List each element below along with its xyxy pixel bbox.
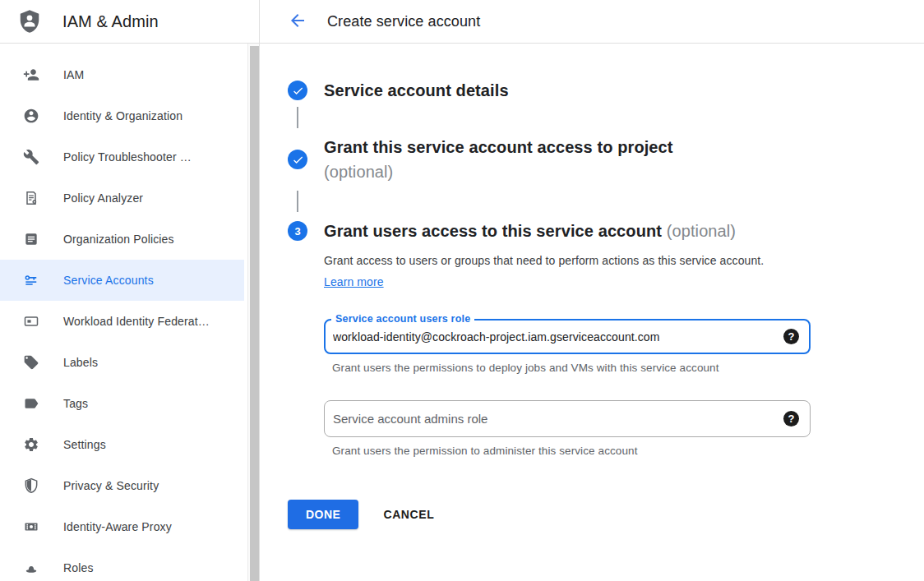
page-header: Create service account bbox=[260, 0, 924, 43]
step-3-optional-label: (optional) bbox=[667, 222, 736, 240]
step-connector bbox=[297, 107, 298, 128]
hat-icon bbox=[23, 560, 39, 576]
form-actions: DONE CANCEL bbox=[288, 500, 811, 529]
create-service-account-form: Service account details Grant this servi… bbox=[260, 44, 924, 581]
sidebar-item-label: Settings bbox=[63, 438, 106, 451]
step-connector bbox=[297, 191, 298, 212]
step-1-service-account-details: Service account details bbox=[288, 81, 891, 100]
step-2-completed-check-icon bbox=[288, 150, 307, 169]
sidebar-item-iam[interactable]: IAM bbox=[0, 54, 247, 95]
sidebar-nav: IAM Identity & Organization Policy Troub… bbox=[0, 44, 247, 581]
sidebar-item-policy-analyzer[interactable]: Policy Analyzer bbox=[0, 178, 247, 219]
step-2-grant-access-to-project: Grant this service account access to pro… bbox=[288, 135, 891, 184]
sidebar-item-label: Identity & Organization bbox=[63, 109, 182, 122]
step-3-grant-users-access: 3 Grant users access to this service acc… bbox=[288, 219, 891, 529]
article-icon bbox=[23, 231, 39, 247]
step-2-title: Grant this service account access to pro… bbox=[324, 135, 673, 184]
users-role-floating-label: Service account users role bbox=[331, 313, 474, 325]
iam-shield-logo-icon bbox=[16, 8, 43, 35]
gear-icon bbox=[23, 436, 39, 453]
users-role-helper-text: Grant users the permissions to deploy jo… bbox=[332, 362, 811, 374]
step-3-title: Grant users access to this service accou… bbox=[324, 219, 811, 243]
sidebar-item-labels[interactable]: Labels bbox=[0, 342, 247, 383]
admins-role-helper-text: Grant users the permission to administer… bbox=[332, 445, 811, 457]
done-button[interactable]: DONE bbox=[288, 500, 358, 529]
product-header: IAM & Admin bbox=[0, 0, 260, 43]
admins-role-help-icon[interactable]: ? bbox=[783, 411, 799, 427]
sidebar-item-workload-identity-federation[interactable]: Workload Identity Federat… bbox=[0, 301, 247, 342]
sidebar-item-label: Policy Analyzer bbox=[63, 191, 143, 205]
service-account-admins-role-field: ? bbox=[324, 400, 811, 437]
wrench-icon bbox=[23, 149, 39, 165]
sidebar-item-tags[interactable]: Tags bbox=[0, 383, 247, 424]
sidebar-item-label: Organization Policies bbox=[63, 233, 174, 246]
sidebar: IAM Identity & Organization Policy Troub… bbox=[0, 44, 260, 581]
sidebar-item-service-accounts[interactable]: Service Accounts bbox=[0, 260, 244, 301]
users-role-input[interactable] bbox=[333, 330, 783, 344]
sidebar-scrollbar-thumb[interactable] bbox=[250, 46, 259, 581]
sidebar-item-label: Roles bbox=[63, 561, 94, 574]
sidebar-item-label: IAM bbox=[63, 68, 84, 81]
admins-role-input[interactable] bbox=[333, 412, 783, 426]
sidebar-item-identity-organization[interactable]: Identity & Organization bbox=[0, 95, 247, 136]
proxy-icon bbox=[23, 519, 39, 535]
iam-admin-console: IAM & Admin Create service account IAM bbox=[0, 0, 924, 581]
sidebar-item-label: Workload Identity Federat… bbox=[63, 315, 210, 328]
top-bar: IAM & Admin Create service account bbox=[0, 0, 924, 44]
step-1-completed-check-icon bbox=[288, 81, 307, 100]
sidebar-item-label: Privacy & Security bbox=[63, 479, 159, 492]
step-1-title: Service account details bbox=[324, 81, 509, 100]
cancel-button[interactable]: CANCEL bbox=[383, 500, 434, 529]
sidebar-item-label: Labels bbox=[63, 356, 98, 369]
sidebar-item-policy-troubleshooter[interactable]: Policy Troubleshooter … bbox=[0, 136, 247, 178]
shield-half-icon bbox=[23, 477, 39, 494]
step-3-description: Grant access to users or groups that nee… bbox=[324, 250, 781, 293]
id-card-icon bbox=[23, 313, 39, 330]
arrow-back-icon bbox=[288, 11, 307, 33]
sidebar-item-label: Identity-Aware Proxy bbox=[63, 520, 172, 533]
person-add-icon bbox=[23, 67, 39, 83]
sidebar-item-label: Service Accounts bbox=[63, 274, 154, 287]
step-2-optional-label: (optional) bbox=[324, 159, 673, 184]
sidebar-item-identity-aware-proxy[interactable]: Identity-Aware Proxy bbox=[0, 506, 247, 547]
app-title: IAM & Admin bbox=[62, 12, 159, 31]
learn-more-link[interactable]: Learn more bbox=[324, 275, 384, 288]
page-title: Create service account bbox=[327, 13, 480, 30]
sidebar-item-label: Policy Troubleshooter … bbox=[63, 150, 192, 164]
users-role-help-icon[interactable]: ? bbox=[783, 329, 799, 344]
sidebar-item-roles[interactable]: Roles bbox=[0, 547, 247, 581]
sidebar-item-settings[interactable]: Settings bbox=[0, 424, 247, 465]
back-button[interactable] bbox=[281, 5, 314, 38]
sidebar-item-organization-policies[interactable]: Organization Policies bbox=[0, 219, 247, 260]
account-circle-icon bbox=[23, 108, 39, 124]
service-account-icon bbox=[23, 272, 39, 288]
document-gear-icon bbox=[23, 190, 39, 206]
sidebar-scrollbar bbox=[247, 44, 260, 581]
price-tag-icon bbox=[23, 354, 39, 371]
sidebar-item-label: Tags bbox=[63, 397, 88, 410]
sidebar-item-privacy-security[interactable]: Privacy & Security bbox=[0, 465, 247, 506]
step-3-number-badge: 3 bbox=[288, 221, 307, 241]
tag-arrow-icon bbox=[23, 395, 39, 412]
service-account-users-role-field: Service account users role ? bbox=[324, 319, 811, 354]
